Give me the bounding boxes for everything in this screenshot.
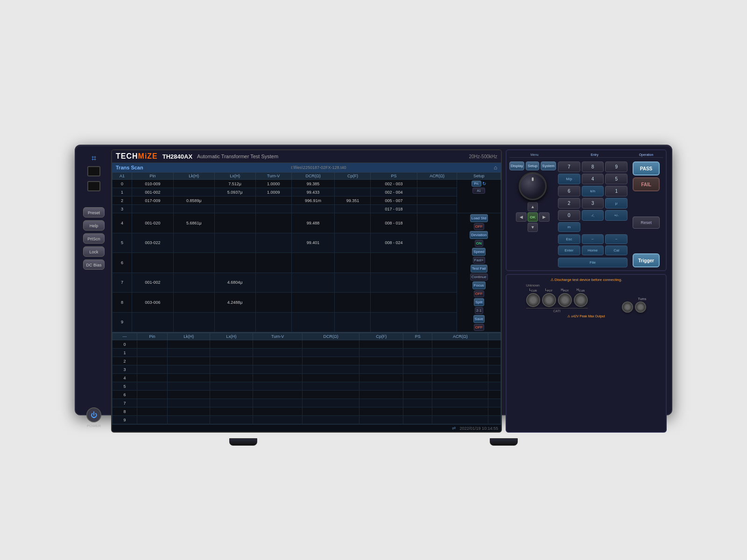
deviation-value[interactable]: ON: [475, 240, 483, 247]
nav-right-button[interactable]: ▶: [539, 212, 550, 222]
cal-button[interactable]: Cal: [605, 245, 627, 255]
speed-button[interactable]: Speed: [472, 248, 486, 256]
turns-label: Turns: [638, 297, 647, 301]
focus-button[interactable]: Focus: [472, 281, 486, 289]
deviation-button[interactable]: Deviation: [470, 231, 488, 239]
usb-port-bottom[interactable]: [87, 181, 100, 191]
table-row: 1: [113, 349, 501, 357]
table-row: 2 017-009 0.8589μ 996.91m 99.351 005 - 0…: [113, 196, 501, 205]
mu-button[interactable]: μ: [605, 198, 627, 209]
table-row: 9: [113, 416, 501, 424]
reset-button[interactable]: Reset: [633, 217, 660, 229]
num-8-button[interactable]: 8: [582, 161, 604, 172]
knob-area: ▲ ◀ OK ▶ ▼: [509, 172, 556, 232]
pri-button[interactable]: Pri.: [472, 181, 481, 187]
menu-section: Display Setup System ▲ ◀ OK: [509, 161, 556, 267]
col-lxh: Lx(H): [214, 173, 255, 180]
kn-button[interactable]: k/n: [582, 186, 604, 196]
table-row: 6: [113, 253, 501, 273]
col-dcr: DCR(Ω): [291, 173, 335, 180]
col-lkh: Lk(H): [173, 173, 214, 180]
nav-down-button[interactable]: ▼: [528, 223, 538, 232]
num-9-button[interactable]: 9: [605, 161, 627, 172]
refresh-icon[interactable]: ↻: [482, 181, 486, 186]
tilde-button[interactable]: ~: [605, 234, 627, 244]
col-acr: ACR(Ω): [417, 173, 457, 180]
hcur-connector: HCUR: [574, 288, 588, 307]
m-button[interactable]: m: [558, 222, 580, 232]
test-fail-value[interactable]: Continue: [470, 273, 488, 280]
power-button[interactable]: ⏻: [86, 407, 101, 422]
left-panel: ⌗ Preset Help PrtScn Lock DC Bias ⏻ POWE…: [80, 149, 107, 433]
num-6-button[interactable]: 6: [558, 186, 580, 196]
power-icon: ⏻: [91, 411, 97, 419]
split-button[interactable]: Split: [474, 298, 484, 306]
control-panel: Menu Entry Operation Display Setup Syste…: [506, 149, 667, 271]
num-4-button[interactable]: 4: [582, 174, 604, 184]
usb-status-icon: ⇌: [452, 426, 456, 431]
num-1-button[interactable]: 1: [605, 186, 627, 196]
test-fail-button[interactable]: Test Fail: [471, 265, 487, 273]
home-button[interactable]: Home: [582, 245, 604, 255]
num-5-button[interactable]: 5: [605, 174, 627, 184]
prtscn-button[interactable]: PrtScn: [83, 233, 105, 244]
file-button[interactable]: File: [558, 258, 627, 267]
usb-symbol: ⌗: [92, 154, 96, 162]
a1-value[interactable]: A1: [472, 188, 485, 194]
system-button[interactable]: System: [541, 161, 556, 170]
screen-header: TECHMiZE TH2840AX Automatic Transformer …: [112, 150, 501, 163]
backspace-button[interactable]: ←: [582, 234, 604, 244]
num-2-button[interactable]: 2: [558, 198, 580, 209]
brand-mize: MiZE: [138, 152, 158, 160]
scan-title: Trans Scan: [116, 165, 143, 170]
focus-value[interactable]: OFF: [474, 290, 484, 297]
help-button[interactable]: Help: [83, 220, 105, 231]
table-row: 9: [113, 312, 501, 332]
display-button[interactable]: Display: [509, 161, 524, 170]
num-7-button[interactable]: 7: [558, 161, 580, 172]
numpad: 7 8 9 M/p 4 5 6 k/n 1 2 3 μ 0: [558, 161, 627, 232]
rotary-knob[interactable]: [519, 172, 547, 200]
data-area: Trans Scan I:\files\2250187-02FX-128.t40…: [112, 163, 501, 432]
save-value[interactable]: OFF: [474, 324, 484, 331]
pass-button[interactable]: PASS: [633, 161, 660, 175]
operation-section: PASS FAIL Reset Trigger: [629, 161, 663, 267]
table-row: 4 001-020 5.6861μ 99.488 008 - 018: [113, 213, 501, 233]
nav-left-button[interactable]: ◀: [516, 212, 527, 222]
num-0-button[interactable]: 0: [558, 210, 580, 221]
table-row: 5 003-022 99.401 008 - 024: [113, 233, 501, 253]
lock-button[interactable]: Lock: [83, 246, 105, 257]
fail-button[interactable]: FAIL: [633, 177, 660, 191]
dash-slash-button[interactable]: -/,: [582, 210, 604, 221]
entry-section-label: Entry: [560, 153, 629, 158]
col-pin: Pin: [132, 173, 174, 180]
trigger-button[interactable]: Trigger: [633, 253, 660, 267]
table-row: 7: [113, 399, 501, 407]
table-row: 4: [113, 374, 501, 382]
turns-connector-1: [622, 301, 633, 313]
model-desc: Automatic Transformer Test System: [197, 154, 278, 159]
split-value[interactable]: 2-1: [475, 307, 483, 314]
speed-value[interactable]: Fast+: [473, 257, 485, 264]
preset-button[interactable]: Preset: [83, 207, 105, 217]
mp-button[interactable]: M/p: [558, 174, 580, 184]
enter-button[interactable]: Enter: [558, 245, 580, 255]
right-panel: Menu Entry Operation Display Setup Syste…: [506, 149, 667, 433]
plus-minus-button[interactable]: +/-: [605, 210, 627, 221]
num-3-button[interactable]: 3: [582, 198, 604, 209]
main-screen: TECHMiZE TH2840AX Automatic Transformer …: [111, 149, 502, 433]
connector-warning: ⚠ Discharge test device before connectin…: [510, 278, 662, 282]
col-cpf: Cp(F): [335, 173, 371, 180]
nav-up-button[interactable]: ▲: [528, 202, 538, 211]
unknown-label: Unknown: [526, 284, 540, 287]
esc-button[interactable]: Esc: [558, 234, 580, 244]
load-std-value[interactable]: OFF: [474, 223, 484, 230]
home-icon[interactable]: ⌂: [494, 164, 497, 171]
load-std-button[interactable]: Load Std: [470, 214, 488, 222]
usb-port-top[interactable]: [87, 166, 100, 176]
save-button[interactable]: Save: [473, 315, 485, 323]
ok-button[interactable]: OK: [528, 212, 538, 222]
scan-header: Trans Scan I:\files\2250187-02FX-128.t40…: [112, 163, 501, 172]
dcbias-button[interactable]: DC Bias: [83, 259, 105, 270]
setup-button[interactable]: Setup: [526, 161, 539, 170]
